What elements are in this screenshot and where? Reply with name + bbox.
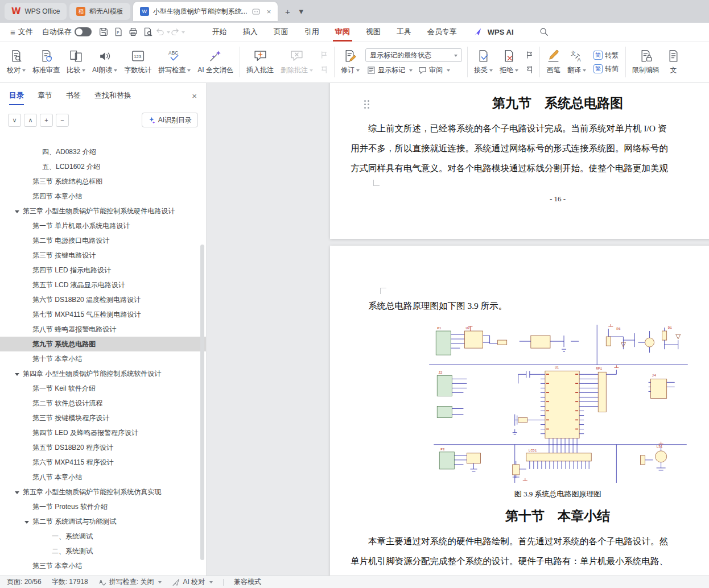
toc-item[interactable]: 第一节 单片机最小系统电路设计 — [0, 218, 206, 233]
toc-item[interactable]: 第一节 Keil 软件介绍 — [0, 381, 206, 396]
redo-button[interactable] — [170, 24, 185, 39]
toc-item[interactable]: 第六节 MXP4115 程序设计 — [0, 455, 206, 470]
increase-level-button[interactable]: + — [40, 114, 53, 127]
document-area[interactable]: 第九节 系统总电路图 综上前文所述，已经将系统的各个子电路设计完成。当前系统对单… — [207, 83, 709, 575]
toc-item-section[interactable]: 第二节 系统调试与功能测试 — [0, 514, 206, 529]
track-changes-button[interactable]: 修订 — [337, 44, 363, 80]
toc-item[interactable]: 四、AD0832 介绍 — [0, 144, 206, 159]
close-panel-icon[interactable]: × — [192, 91, 197, 101]
toc-item[interactable]: 二、系统测试 — [0, 544, 206, 558]
tab-list-chevron-icon[interactable]: ▾ — [294, 5, 308, 18]
toc-item-chapter[interactable]: 第四章 小型生物质锅炉节能控制系统软件设计 — [0, 366, 206, 381]
proofread-button[interactable]: 校对 — [3, 44, 29, 80]
figure-3-9[interactable]: P1U2 R6D1 — [428, 323, 691, 487]
panel-tab-find-replace[interactable]: 查找和替换 — [94, 90, 131, 101]
file-menu[interactable]: ≡ 文件 — [6, 23, 38, 42]
print-preview-button[interactable] — [141, 24, 155, 39]
clipped-ribbon-button[interactable]: 文 — [663, 44, 684, 80]
home-tab[interactable]: W WPS Office — [5, 3, 67, 20]
toc-item[interactable]: 第三节 按键模块程序设计 — [0, 411, 206, 425]
delete-comment-button[interactable]: 删除批注 — [277, 44, 316, 80]
document-tab[interactable]: W 小型生物质锅炉节能控制系统... × — [133, 2, 278, 21]
panel-tab-chapters[interactable]: 章节 — [38, 90, 52, 101]
spellcheck-status[interactable]: 拼写检查: 关闭 — [98, 577, 162, 587]
toc-item[interactable]: 第五节 LCD 液晶显示电路设计 — [0, 278, 206, 292]
translate-button[interactable]: 文A 翻译 — [564, 44, 590, 80]
restrict-edit-button[interactable]: 限制编辑 — [629, 44, 663, 80]
toc-item[interactable]: 第四节 LED 及蜂鸣器报警程序设计 — [0, 425, 206, 440]
compare-button[interactable]: 比较 — [63, 44, 89, 80]
new-tab-button[interactable]: + — [281, 5, 294, 18]
toc-item[interactable]: 第三节 系统结构总框图 — [0, 174, 206, 189]
next-change-button[interactable] — [523, 64, 535, 75]
toc-item[interactable]: 第五节 DS18B20 程序设计 — [0, 440, 206, 455]
collapse-triangle-icon[interactable] — [24, 521, 29, 526]
collapse-triangle-icon[interactable] — [15, 210, 19, 216]
page-1[interactable]: 第九节 系统总电路图 综上前文所述，已经将系统的各个子电路设计完成。当前系统对单… — [330, 83, 709, 239]
toc-item[interactable]: 第四节 本章小结 — [0, 189, 206, 204]
toc-item[interactable]: 第八节 蜂鸣器报警电路设计 — [0, 322, 206, 337]
toc-item[interactable]: 五、LCD1602 介绍 — [0, 159, 206, 174]
toc-item[interactable]: 第三节 按键电路设计 — [0, 248, 206, 263]
word-count-button[interactable]: 123 字数统计 — [121, 44, 155, 80]
toc-item[interactable]: 第三节 本章小结 — [0, 558, 206, 573]
close-doc-tab-icon[interactable]: × — [267, 7, 271, 16]
collapse-all-button[interactable]: ∨ — [8, 114, 21, 127]
spell-check-button[interactable]: ABC 拼写检查 — [155, 44, 194, 80]
toc-item-selected[interactable]: 第九节 系统总电路图 — [0, 337, 206, 351]
autosave-toggle[interactable] — [75, 27, 92, 36]
tab-reference[interactable]: 引用 — [296, 23, 327, 42]
show-markup-button[interactable]: 显示标记 — [365, 65, 414, 76]
markup-state-select[interactable]: 显示标记的最终状态 — [365, 48, 462, 62]
toc-item[interactable]: 第二节 电源接口电路设计 — [0, 233, 206, 248]
ai-polish-button[interactable]: AI 全文润色 — [194, 44, 237, 80]
toc-item[interactable]: 第八节 本章小结 — [0, 470, 206, 485]
template-tab[interactable]: 稻 稻壳AI模板 — [69, 3, 130, 20]
tab-member[interactable]: 会员专享 — [419, 23, 465, 42]
tab-view[interactable]: 视图 — [358, 23, 389, 42]
decrease-level-button[interactable]: − — [56, 114, 69, 127]
page-indicator[interactable]: 页面: 20/56 — [7, 577, 42, 587]
accept-button[interactable]: 接受 — [471, 44, 496, 80]
panel-tab-toc[interactable]: 目录 — [9, 90, 24, 101]
page-2[interactable]: 系统总电路原理图如下图 3.9 所示。 P1U2 — [330, 246, 709, 575]
search-button[interactable] — [537, 24, 551, 39]
previous-change-button[interactable] — [523, 49, 535, 60]
ai-read-button[interactable]: AI朗读 — [89, 44, 121, 80]
to-traditional-button[interactable]: 简 转繁 — [592, 50, 620, 61]
word-count-indicator[interactable]: 字数: 17918 — [52, 577, 88, 587]
save-button[interactable] — [96, 24, 111, 39]
tab-start[interactable]: 开始 — [204, 23, 235, 42]
tab-insert[interactable]: 插入 — [235, 23, 266, 42]
toc-item[interactable]: 第一节 Proteus 软件介绍 — [0, 499, 206, 514]
tab-wps-ai[interactable]: WPS AI — [465, 23, 522, 42]
next-comment-button[interactable] — [318, 64, 329, 75]
toc-item[interactable]: 第四节 LED 指示电路设计 — [0, 263, 206, 278]
to-simplified-button[interactable]: 繁 转简 — [592, 64, 620, 74]
export-pdf-button[interactable]: P — [111, 24, 126, 39]
toc-item[interactable]: 第七节 MXP4115 气压检测电路设计 — [0, 307, 206, 322]
ai-proofread-status[interactable]: AI 校对 — [172, 577, 213, 587]
toc-item-chapter[interactable]: 第三章 小型生物质锅炉节能控制系统硬件电路设计 — [0, 204, 206, 218]
toc-item[interactable]: 第六节 DS18B20 温度检测电路设计 — [0, 292, 206, 307]
collapse-triangle-icon[interactable] — [15, 491, 19, 496]
doc-assistant-icon[interactable] — [252, 7, 261, 16]
panel-tab-bookmarks[interactable]: 书签 — [66, 90, 81, 101]
print-button[interactable] — [126, 24, 141, 39]
toc-item[interactable]: 一、系统调试 — [0, 529, 206, 544]
insert-comment-button[interactable]: 插入批注 — [243, 44, 277, 80]
sidebar-scrollbar[interactable] — [200, 245, 204, 560]
reject-button[interactable]: 拒绝 — [496, 44, 522, 80]
expand-all-button[interactable]: ∧ — [24, 114, 37, 127]
brush-button[interactable]: 画笔 — [543, 44, 564, 80]
collapse-triangle-icon[interactable] — [15, 373, 19, 378]
ai-recognize-toc-button[interactable]: AI识别目录 — [142, 113, 198, 127]
toc-item-chapter[interactable]: 第五章 小型生物质锅炉节能控制系统仿真实现 — [0, 485, 206, 499]
autosave-control[interactable]: 自动保存 — [38, 23, 96, 42]
tab-review[interactable]: 审阅 — [327, 23, 358, 42]
toc-item[interactable]: 第十节 本章小结 — [0, 351, 206, 366]
standard-review-button[interactable]: 标准审查 — [29, 44, 63, 80]
toc-item[interactable]: 第二节 软件总设计流程 — [0, 396, 206, 411]
tab-page[interactable]: 页面 — [266, 23, 296, 42]
review-pane-button[interactable]: 审阅 — [417, 65, 452, 76]
